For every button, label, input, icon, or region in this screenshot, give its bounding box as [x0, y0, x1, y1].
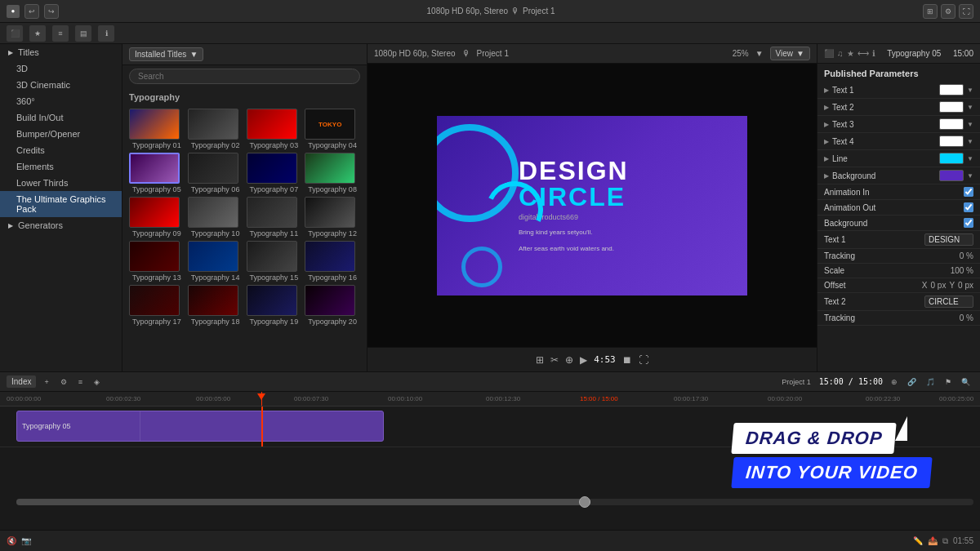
param-background-dropdown-icon[interactable]: ▼ — [967, 172, 973, 180]
thumb-18[interactable]: Typography 18 — [188, 285, 243, 326]
thumb-12[interactable]: Typography 12 — [305, 197, 360, 238]
inspector-video-icon[interactable]: ⬛ — [824, 49, 834, 58]
sidebar-item-elements[interactable]: Elements — [0, 158, 122, 175]
thumb-01[interactable]: Typography 01 — [129, 109, 185, 149]
tl-share-icon[interactable]: ⧉ — [942, 536, 948, 546]
param-text1-color[interactable] — [939, 84, 964, 96]
info-icon[interactable]: ℹ — [98, 25, 114, 42]
tl-snap-icon[interactable]: ⊕ — [888, 376, 901, 388]
sidebar-item-3d-cinematic[interactable]: 3D Cinematic — [0, 77, 122, 93]
thumb-09[interactable]: Typography 09 — [129, 197, 185, 238]
undo-button[interactable]: ↩ — [24, 4, 39, 19]
media-browser-topbar: Installed Titles ▼ — [122, 44, 367, 65]
track-clip-typography05[interactable]: Typography 05 — [16, 411, 384, 442]
preview-mic-icon: 🎙 — [462, 49, 470, 58]
param-text4-color[interactable] — [939, 136, 964, 147]
thumb-02[interactable]: Typography 02 — [188, 109, 243, 149]
fullscreen-preview-button[interactable]: ⛶ — [639, 354, 648, 366]
param-text2-input[interactable] — [924, 295, 973, 308]
param-text4-arrow-icon[interactable]: ▶ — [824, 138, 829, 145]
param-line-dropdown-icon[interactable]: ▼ — [967, 155, 973, 162]
monitor-button[interactable]: ⊞ — [923, 4, 938, 19]
play-button[interactable]: ▶ — [580, 354, 587, 366]
thumb-06[interactable]: Typography 06 — [188, 153, 243, 193]
param-text3-arrow-icon[interactable]: ▶ — [824, 121, 829, 128]
tl-marker-icon[interactable]: ◈ — [91, 376, 103, 388]
param-text3-color[interactable] — [939, 118, 964, 130]
thumb-07[interactable]: Typography 07 — [247, 153, 302, 193]
crop-tool-icon[interactable]: ✂ — [550, 354, 559, 366]
thumb-14[interactable]: Typography 14 — [188, 241, 243, 282]
volume-bar[interactable] — [16, 499, 973, 505]
edit-index-icon[interactable]: ≡ — [52, 25, 69, 42]
thumb-08[interactable]: Typography 08 — [305, 153, 360, 193]
param-line-color[interactable] — [939, 153, 964, 164]
tl-edit-icon[interactable]: ✏️ — [913, 536, 923, 545]
thumb-19[interactable]: Typography 19 — [247, 285, 302, 326]
installed-titles-dropdown[interactable]: Installed Titles ▼ — [129, 47, 203, 61]
thumb-17[interactable]: Typography 17 — [129, 285, 185, 326]
fullscreen-button[interactable]: ⛶ — [959, 4, 973, 19]
tl-view-icon[interactable]: ≡ — [75, 376, 86, 388]
inspector-transition-icon[interactable]: ⟷ — [858, 49, 869, 58]
param-text1-dropdown-icon[interactable]: ▼ — [967, 87, 973, 94]
inspector-info-icon[interactable]: ℹ — [872, 49, 875, 58]
volume-handle[interactable] — [579, 496, 590, 508]
stop-button[interactable]: ⏹ — [622, 354, 632, 366]
param-animation-in-checkbox[interactable] — [964, 187, 973, 197]
thumb-20[interactable]: Typography 20 — [305, 285, 360, 326]
sidebar-item-build-in-out[interactable]: Build In/Out — [0, 109, 122, 126]
tl-flag-icon[interactable]: ⚑ — [942, 376, 955, 388]
sidebar-item-generators[interactable]: ▶ Generators — [0, 217, 122, 233]
param-text1-arrow-icon[interactable]: ▶ — [824, 87, 829, 94]
redo-button[interactable]: ↪ — [44, 4, 59, 19]
param-background-arrow-icon[interactable]: ▶ — [824, 172, 829, 180]
param-background-color[interactable] — [939, 170, 964, 181]
sidebar-item-bumper[interactable]: Bumper/Opener — [0, 126, 122, 142]
tl-settings-icon[interactable]: ⚙ — [57, 376, 70, 388]
effects-icon[interactable]: ★ — [29, 25, 46, 42]
param-background-checkbox[interactable] — [964, 218, 973, 228]
tl-export-icon[interactable]: 📤 — [928, 536, 938, 545]
param-text1-input[interactable] — [924, 233, 973, 246]
inspector-audio-icon[interactable]: ♫ — [837, 49, 844, 58]
thumb-10[interactable]: Typography 10 — [188, 197, 243, 238]
param-text2-dropdown-icon[interactable]: ▼ — [967, 104, 973, 111]
search-input[interactable] — [129, 69, 360, 84]
preview-area[interactable]: DESIGN CIRCLE digitalproducts669 Bring k… — [368, 64, 817, 347]
view-dropdown[interactable]: View ▼ — [770, 47, 810, 60]
tl-link-icon[interactable]: 🔗 — [904, 376, 920, 388]
sidebar-item-360[interactable]: 360° — [0, 93, 122, 109]
tl-add-track-icon[interactable]: + — [41, 376, 51, 388]
param-text2-arrow-icon[interactable]: ▶ — [824, 104, 829, 111]
thumb-03[interactable]: Typography 03 — [247, 109, 302, 149]
tl-audio-icon[interactable]: 🎵 — [923, 376, 938, 388]
param-text4-dropdown-icon[interactable]: ▼ — [967, 138, 973, 145]
thumb-04[interactable]: TOKYO Typography 04 — [305, 109, 360, 149]
thumb-15[interactable]: Typography 15 — [247, 241, 302, 282]
thumb-13[interactable]: Typography 13 — [129, 241, 185, 282]
thumb-11[interactable]: Typography 11 — [247, 197, 302, 238]
timeline-icon[interactable]: ▤ — [75, 25, 91, 42]
sidebar-item-credits[interactable]: Credits — [0, 142, 122, 158]
tl-zoom-icon[interactable]: 🔍 — [958, 376, 973, 388]
param-line-arrow-icon[interactable]: ▶ — [824, 155, 829, 162]
transform-tool-icon[interactable]: ⊞ — [536, 354, 544, 366]
sidebar-item-3d[interactable]: 3D — [0, 60, 122, 77]
settings-button[interactable]: ⚙ — [941, 4, 956, 19]
sidebar-item-titles[interactable]: ▶ Titles — [0, 44, 122, 60]
media-pool-icon[interactable]: ⬛ — [7, 25, 23, 42]
sidebar-item-ultimate-pack[interactable]: The Ultimate Graphics Pack — [0, 191, 122, 217]
inspector-effects-icon[interactable]: ★ — [847, 49, 854, 58]
timeline-tracks: Typography 05 DRAG & DROP INTO YOUR VIDE… — [0, 407, 980, 530]
param-text2-color[interactable] — [939, 101, 964, 113]
thumb-16[interactable]: Typography 16 — [305, 241, 360, 282]
param-animation-out-checkbox[interactable] — [964, 202, 973, 212]
tl-audio-mute-icon[interactable]: 🔇 — [7, 536, 16, 545]
param-text3-dropdown-icon[interactable]: ▼ — [967, 121, 973, 128]
sidebar-item-lower-thirds[interactable]: Lower Thirds — [0, 175, 122, 191]
thumb-05[interactable]: Typography 05 — [129, 153, 185, 193]
zoom-tool-icon[interactable]: ⊕ — [565, 354, 573, 366]
timeline-index-label[interactable]: Index — [7, 375, 36, 388]
tl-video-mute-icon[interactable]: 📷 — [21, 536, 31, 545]
